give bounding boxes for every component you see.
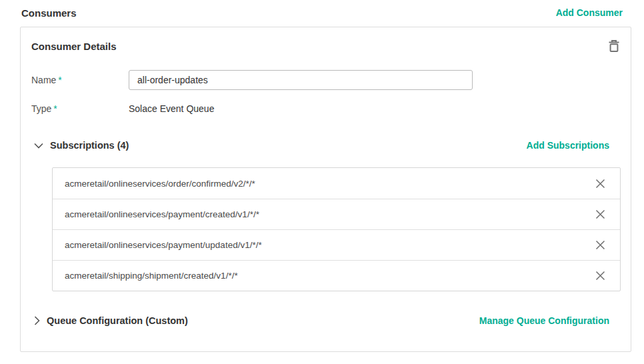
- subscriptions-toggle[interactable]: Subscriptions (4): [34, 140, 129, 151]
- delete-consumer-button[interactable]: [608, 39, 620, 53]
- type-label-text: Type: [31, 103, 51, 114]
- remove-subscription-button[interactable]: [595, 240, 605, 250]
- card-header: Consumer Details: [31, 39, 620, 54]
- x-icon: [595, 242, 605, 252]
- card-title: Consumer Details: [31, 39, 117, 54]
- consumers-page: Consumers Add Consumer Consumer Details …: [0, 0, 644, 364]
- subscriptions-list: acmeretail/onlineservices/order/confirme…: [52, 167, 621, 291]
- add-consumer-button[interactable]: Add Consumer: [556, 7, 623, 18]
- chevron-right-icon[interactable]: [34, 316, 40, 325]
- remove-subscription-button[interactable]: [595, 179, 605, 189]
- subscription-topic: acmeretail/onlineservices/payment/update…: [65, 240, 262, 250]
- subscription-row: acmeretail/shipping/shipment/created/v1/…: [53, 260, 620, 291]
- name-field-row: Name*: [31, 70, 620, 90]
- queue-configuration-toggle[interactable]: Queue Configuration (Custom): [34, 315, 188, 326]
- consumer-details-card: Consumer Details Name* Type*: [20, 27, 631, 352]
- subscription-topic: acmeretail/onlineservices/order/confirme…: [65, 179, 255, 189]
- required-asterisk: *: [58, 75, 61, 85]
- type-label: Type*: [31, 103, 129, 114]
- subscription-row: acmeretail/onlineservices/order/confirme…: [53, 168, 620, 199]
- type-value: Solace Event Queue: [129, 103, 214, 114]
- x-icon: [595, 211, 605, 221]
- name-input[interactable]: [129, 70, 473, 90]
- add-subscriptions-button[interactable]: Add Subscriptions: [527, 140, 609, 151]
- remove-subscription-button[interactable]: [595, 271, 605, 281]
- remove-subscription-button[interactable]: [595, 209, 605, 219]
- queue-configuration-section-header[interactable]: Queue Configuration (Custom) Manage Queu…: [31, 313, 620, 329]
- type-field-row: Type* Solace Event Queue: [31, 102, 620, 115]
- chevron-down-icon[interactable]: [34, 143, 43, 149]
- x-icon: [595, 273, 605, 283]
- x-icon: [595, 181, 605, 191]
- subscriptions-header-label: Subscriptions (4): [50, 140, 129, 151]
- subscription-row: acmeretail/onlineservices/payment/create…: [53, 199, 620, 229]
- required-asterisk: *: [53, 103, 57, 114]
- page-header: Consumers Add Consumer: [0, 5, 644, 20]
- subscription-topic: acmeretail/onlineservices/payment/create…: [65, 209, 259, 219]
- trash-icon: [608, 45, 620, 55]
- queue-configuration-header-label: Queue Configuration (Custom): [47, 315, 188, 326]
- manage-queue-configuration-button[interactable]: Manage Queue Configuration: [479, 315, 609, 326]
- name-label: Name*: [31, 75, 129, 85]
- subscription-topic: acmeretail/shipping/shipment/created/v1/…: [65, 271, 238, 281]
- name-label-text: Name: [31, 75, 56, 85]
- subscription-row: acmeretail/onlineservices/payment/update…: [53, 229, 620, 260]
- page-title: Consumers: [21, 7, 77, 19]
- subscriptions-section-header[interactable]: Subscriptions (4) Add Subscriptions: [31, 138, 620, 153]
